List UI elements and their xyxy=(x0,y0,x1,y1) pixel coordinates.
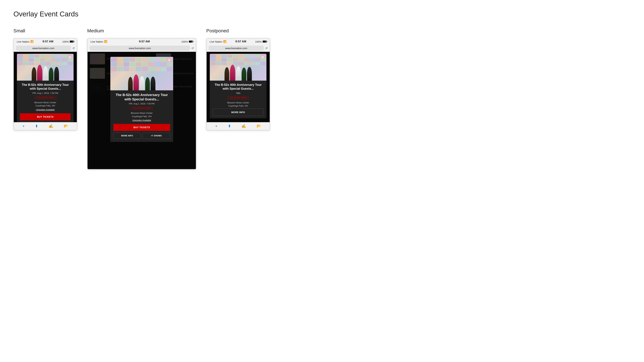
time-postponed: 9:57 AM xyxy=(236,40,246,43)
time-small: 9:57 AM xyxy=(42,40,54,43)
refresh-btn-small[interactable]: ↺ xyxy=(72,46,75,50)
venue-line2-postponed: Cuyahoga Falls, OH xyxy=(228,105,248,107)
battery-pct-small: 100% xyxy=(62,40,69,43)
venue-line1-medium: Blossom Music Center xyxy=(131,112,152,114)
url-field-small[interactable]: www.livenation.com xyxy=(16,45,71,51)
refresh-btn-postponed[interactable]: ↺ xyxy=(265,46,268,50)
overlay-card-medium: ✕ xyxy=(110,57,173,142)
action-buttons-medium: MORE INFO +7 SHOWS xyxy=(113,133,170,139)
overlay-content-medium: The B-52s 40th Anniversary Tour with Spe… xyxy=(110,90,173,142)
live-nation-badge-postponed: LIVE NATION VENUE xyxy=(213,96,264,99)
page-title: Overlay Event Cards xyxy=(14,10,630,18)
postponed-card-section: Postponed Live Nation 📶 9:57 AM 100% www… xyxy=(206,28,270,130)
refresh-btn-medium[interactable]: ↺ xyxy=(191,46,194,50)
close-btn-postponed[interactable]: ✕ xyxy=(261,55,264,59)
carrier-label-medium: Live Nation xyxy=(90,40,103,43)
battery-icon-postponed xyxy=(263,40,267,42)
postponed-phone-frame: Live Nation 📶 9:57 AM 100% www.livenatio… xyxy=(206,38,270,130)
badge-text-postponed: LIVE NATION VENUE xyxy=(228,96,249,99)
share-icon-postponed[interactable]: ⬆ xyxy=(228,124,231,128)
battery-pct-postponed: 100% xyxy=(255,40,262,43)
url-bar-postponed: www.livenation.com ↺ xyxy=(206,44,270,52)
event-title-medium: The B-52s 40th Anniversary Tour with Spe… xyxy=(113,93,170,101)
band-image-postponed xyxy=(210,54,266,81)
url-field-postponed[interactable]: www.livenation.com xyxy=(209,45,264,51)
overlay-image-medium xyxy=(110,57,173,90)
toolbar-postponed: + ⬆ ✍ 📂 xyxy=(206,122,270,130)
status-bar-small: Live Nation 📶 9:57 AM 100% xyxy=(14,38,77,44)
browser-content-postponed: ✕ xyxy=(206,52,270,122)
venue-line1-small: Blossom Music Center xyxy=(34,101,56,104)
small-card-section: Small Live Nation 📶 9:57 AM 100% www.liv… xyxy=(14,28,77,130)
overlay-image-postponed xyxy=(210,54,266,81)
status-bar-postponed: Live Nation 📶 9:57 AM 100% xyxy=(206,38,270,44)
edit-icon-small[interactable]: ✍ xyxy=(49,124,53,128)
battery-icon-medium xyxy=(189,40,193,42)
medium-section-label: Medium xyxy=(87,28,196,33)
bookmarks-icon-postponed[interactable]: 📂 xyxy=(256,124,261,128)
action-buttons-small: MORE INFO +7 SHOWS xyxy=(20,122,70,122)
browser-content-medium: Pink: Beautiful Trau... Yubran: Rave Fro… xyxy=(88,52,196,169)
venue-medium: Blossom Music Center Cuyahoga Falls, OH xyxy=(113,111,170,118)
more-info-btn-medium[interactable]: MORE INFO xyxy=(113,133,141,139)
wifi-icon-small: 📶 xyxy=(30,40,34,43)
shows-btn-medium[interactable]: +7 SHOWS xyxy=(142,133,170,139)
close-btn-medium[interactable]: ✕ xyxy=(168,58,171,62)
band-image-medium xyxy=(110,57,173,90)
venue-small: Blossom Music Center Cuyahoga Falls, OH xyxy=(20,101,70,107)
status-bar-medium: Live Nation 📶 9:57 AM 100% xyxy=(88,38,196,44)
event-date-tba-postponed: TBA xyxy=(213,92,264,94)
add-icon-small[interactable]: + xyxy=(22,124,24,128)
add-icon-postponed[interactable]: + xyxy=(215,124,217,128)
venue-line2-medium: Cuyahoga Falls, OH xyxy=(132,115,152,118)
event-title-postponed: The B-52s 40th Anniversary Tour with Spe… xyxy=(213,83,264,91)
overlay-content-small: The B-52s 40th Anniversary Tour with Spe… xyxy=(17,81,74,122)
edit-icon-postponed[interactable]: ✍ xyxy=(242,124,246,128)
upgrades-link-small[interactable]: Upgrades Available xyxy=(20,108,70,111)
browser-content-small: ✕ xyxy=(14,52,77,122)
close-btn-small[interactable]: ✕ xyxy=(68,55,71,59)
upgrades-link-medium[interactable]: Upgrades Available xyxy=(113,119,170,121)
small-section-label: Small xyxy=(14,28,77,33)
badge-text-medium: LIVE NATION VENUE xyxy=(131,107,152,110)
buy-tickets-btn-medium[interactable]: BUY TICKETS xyxy=(113,124,170,131)
venue-line2-small: Cuyahoga Falls, OH xyxy=(36,104,55,107)
overlay-image-small xyxy=(17,54,74,81)
carrier-label-small: Live Nation xyxy=(17,40,29,43)
medium-card-section: Medium Live Nation 📶 9:57 AM 100% www.li… xyxy=(87,28,196,169)
band-image-small xyxy=(17,54,74,81)
url-bar-medium: www.livenation.com ↺ xyxy=(88,44,196,52)
overlay-card-small: ✕ xyxy=(17,54,74,122)
buy-tickets-btn-small[interactable]: BUY TICKETS xyxy=(20,113,70,120)
postponed-section-label: Postponed xyxy=(206,28,270,33)
more-info-btn-small[interactable]: MORE INFO xyxy=(20,122,44,122)
event-title-small: The B-52s 40th Anniversary Tour with Spe… xyxy=(20,83,70,91)
cards-row: Small Live Nation 📶 9:57 AM 100% www.liv… xyxy=(14,28,630,169)
event-date-medium: FRI, Aug 1, 2019, 7:30 PM xyxy=(113,102,170,105)
live-nation-badge-small: LIVE NATION VENUE xyxy=(20,96,70,99)
bookmarks-icon-small[interactable]: 📂 xyxy=(64,124,68,128)
event-date-small: FRI, Aug 1, 2019, 7:30 PM xyxy=(20,92,70,94)
url-bar-small: www.livenation.com ↺ xyxy=(14,44,77,52)
time-medium: 9:57 AM xyxy=(139,40,150,43)
live-nation-badge-medium: LIVE NATION VENUE xyxy=(113,107,170,110)
battery-icon-small xyxy=(70,40,74,42)
more-info-btn-postponed[interactable]: MORE INFO xyxy=(213,109,264,116)
shows-btn-small[interactable]: +7 SHOWS xyxy=(46,122,70,122)
carrier-label-postponed: Live Nation xyxy=(210,40,222,43)
url-field-medium[interactable]: www.livenation.com xyxy=(90,45,190,51)
small-phone-frame: Live Nation 📶 9:57 AM 100% www.livenatio… xyxy=(14,38,77,130)
toolbar-small: + ⬆ ✍ 📂 xyxy=(14,122,77,130)
overlay-card-postponed: ✕ xyxy=(210,54,266,118)
share-icon-small[interactable]: ⬆ xyxy=(35,124,38,128)
venue-postponed: Blossom Music Center Cuyahoga Falls, OH xyxy=(213,101,264,108)
wifi-icon-medium: 📶 xyxy=(104,40,107,43)
overlay-content-postponed: The B-52s 40th Anniversary Tour with Spe… xyxy=(210,81,266,118)
badge-text-small: LIVE NATION VENUE xyxy=(35,96,56,99)
venue-line1-postponed: Blossom Music Center xyxy=(227,101,249,104)
wifi-icon-postponed: 📶 xyxy=(223,40,226,43)
medium-phone-frame: Live Nation 📶 9:57 AM 100% www.livenatio… xyxy=(87,38,196,169)
battery-pct-medium: 100% xyxy=(182,40,188,43)
